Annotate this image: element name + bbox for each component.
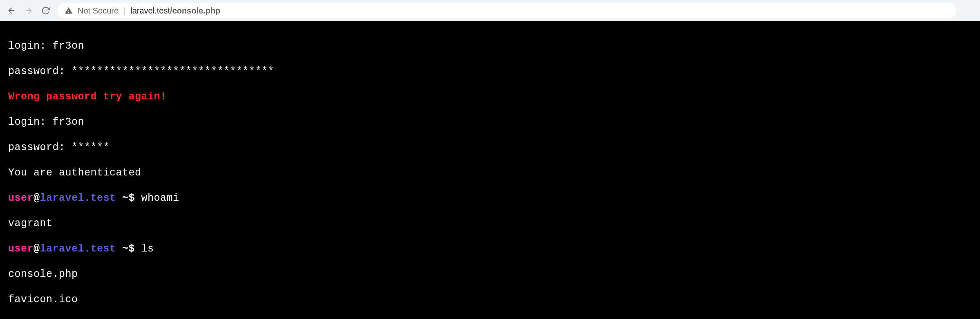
terminal-output[interactable]: login: fr3on password: *****************… [0, 21, 980, 319]
arrow-right-icon [24, 6, 33, 15]
reload-button[interactable] [41, 6, 51, 16]
forward-button[interactable] [24, 6, 34, 16]
arrow-left-icon [7, 6, 16, 15]
ls-output-2: favicon.ico [8, 293, 972, 306]
auth-message: You are authenticated [8, 166, 972, 179]
password-line-1: password: ******************************… [8, 65, 972, 78]
url-divider: | [123, 6, 125, 16]
url-input[interactable]: Not Secure | laravel.test/console.php [57, 3, 956, 18]
prompt-line-2: user@laravel.test ~$ ls [8, 243, 972, 255]
reload-icon [41, 6, 50, 15]
back-button[interactable] [7, 6, 16, 16]
browser-address-bar: Not Secure | laravel.test/console.php [0, 0, 980, 21]
prompt-line-1: user@laravel.test ~$ whoami [8, 192, 972, 204]
error-message: Wrong password try again! [8, 90, 972, 103]
password-line-2: password: ****** [8, 141, 972, 154]
login-line-1: login: fr3on [8, 40, 972, 52]
login-line-2: login: fr3on [8, 116, 972, 128]
ls-output-1: console.php [8, 268, 972, 281]
whoami-output: vagrant [8, 217, 972, 230]
security-label: Not Secure [78, 6, 119, 16]
nav-button-group [7, 6, 51, 16]
url-text: laravel.test/console.php [130, 6, 220, 16]
security-warning-icon [65, 7, 73, 15]
